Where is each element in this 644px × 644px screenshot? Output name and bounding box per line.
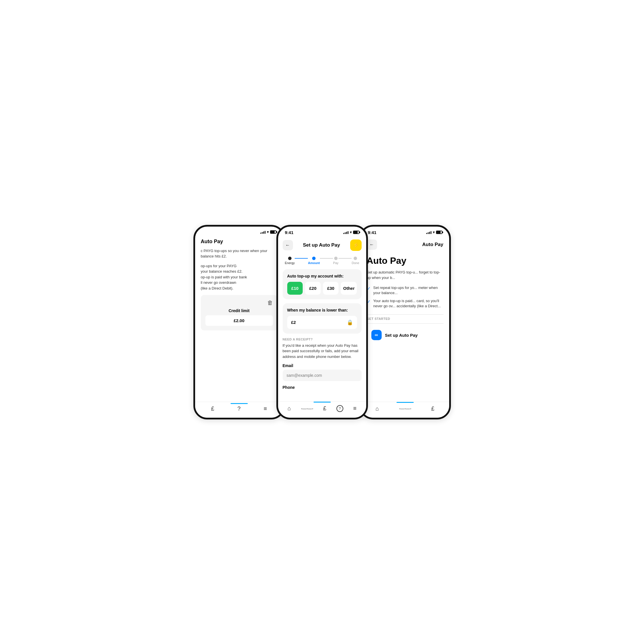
amount-btn-30[interactable]: £30 <box>323 282 339 295</box>
right-page-title: Auto Pay <box>422 242 443 247</box>
phone-right: 9:41 ▾ ← Auto Pay <box>359 225 451 419</box>
nav-home-right[interactable]: ⌂ <box>375 405 379 412</box>
receipt-section: NEED A RECEIPT? If you'd like a receipt … <box>278 338 366 395</box>
autopay-heading: Auto Pay <box>367 255 443 266</box>
credit-limit-label: Credit limit <box>205 308 273 313</box>
bottom-nav-center: ⌂ ◦—◦—◦ £ ? ≡ <box>278 401 366 418</box>
balance-title: When my balance is lower than: <box>287 308 357 312</box>
autopay-description: Set up automatic PAYG top-u... forget to… <box>367 270 443 281</box>
left-description: c PAYG top-ups so you never when your ba… <box>201 248 278 259</box>
progress-steps: Energy Amount Pay Done <box>278 254 366 269</box>
home-icon-center: ⌂ <box>288 405 291 412</box>
nav-network-center[interactable]: ◦—◦—◦ <box>301 406 313 411</box>
receipt-desc: If you'd like a receipt when your Auto P… <box>283 343 362 360</box>
step-done: Done <box>352 257 359 265</box>
step-amount: Amount <box>308 257 320 265</box>
feature-text-1: Set repeat top-ups for yo... meter when … <box>373 285 443 296</box>
signal-icon <box>260 230 265 234</box>
battery-icon-center <box>353 231 359 234</box>
right-phone-body: ← Auto Pay Auto Pay Set up automatic PAY… <box>361 237 449 344</box>
billing-icon: £ <box>211 405 214 412</box>
amount-btn-10[interactable]: £10 <box>287 282 303 295</box>
left-features: op-ups for your PAYG your balance reache… <box>201 263 278 291</box>
step-label-amount: Amount <box>308 261 320 265</box>
nav-home-center[interactable]: ⌂ <box>288 405 291 412</box>
status-bar-center: 9:41 ▾ <box>278 227 366 237</box>
signal-icon-center <box>343 231 348 234</box>
step-label-pay: Pay <box>333 261 338 265</box>
center-page-title: Set up Auto Pay <box>303 242 340 248</box>
balance-section: When my balance is lower than: £2 🔒 <box>283 303 362 334</box>
setup-btn-label: Set up Auto Pay <box>385 333 418 338</box>
help-icon: ? <box>237 405 241 412</box>
bottom-nav-left: £ ? ≡ <box>195 402 283 418</box>
feature-text-2: Your auto top-up is paid... card, so you… <box>373 298 443 309</box>
step-pay: Pay <box>333 257 338 265</box>
divider-right-2 <box>367 323 443 324</box>
nav-item-menu[interactable]: ≡ <box>263 405 267 412</box>
home-icon-right: ⌂ <box>375 405 379 412</box>
get-started-label: GET STARTED <box>367 317 443 320</box>
battery-icon-right <box>436 231 442 234</box>
feature-list: ✓ Set repeat top-ups for yo... meter whe… <box>367 285 443 309</box>
back-arrow-center: ← <box>286 243 290 248</box>
step-line-2 <box>320 258 333 259</box>
status-icons-left: ▾ <box>260 230 276 234</box>
back-button-center[interactable]: ← <box>283 240 293 250</box>
step-line-1 <box>295 258 308 259</box>
phone-center: 9:41 ▾ ← Set up Auto Pay ⚡ <box>276 225 368 419</box>
step-label-done: Done <box>352 261 359 265</box>
status-icons-center: ▾ <box>343 230 359 234</box>
receipt-label: NEED A RECEIPT? <box>283 338 362 341</box>
credit-limit-card: 🗑 Credit limit £2.00 <box>201 295 278 330</box>
phones-container: ▾ Auto Pay c PAYG top-ups so you never w… <box>165 225 479 419</box>
setup-btn-icon: ∞ <box>371 330 382 340</box>
time-right: 9:41 <box>368 230 377 235</box>
bottom-nav-right: ⌂ ◦—◦—◦ £ <box>361 402 449 418</box>
infinity-icon: ∞ <box>375 332 378 338</box>
signal-icon-right <box>426 231 431 234</box>
setup-autopay-btn[interactable]: ∞ Set up Auto Pay <box>367 326 443 344</box>
nav-item-billing[interactable]: £ <box>211 405 214 412</box>
delete-icon[interactable]: 🗑 <box>267 300 273 306</box>
menu-icon: ≡ <box>263 405 267 412</box>
nav-billing-center[interactable]: £ <box>323 405 326 412</box>
phone-left: ▾ Auto Pay c PAYG top-ups so you never w… <box>193 225 285 419</box>
time-center: 9:41 <box>285 230 294 235</box>
topup-section: Auto top-up my account with: £10 £20 £30… <box>283 269 362 299</box>
lightning-button[interactable]: ⚡ <box>350 239 362 251</box>
back-button-right[interactable]: ← <box>367 239 377 250</box>
network-icon-center: ◦—◦—◦ <box>301 406 313 411</box>
battery-icon <box>270 230 276 234</box>
step-label-energy: Energy <box>285 261 295 265</box>
step-dot-energy <box>288 257 292 260</box>
lock-icon: 🔒 <box>347 319 353 326</box>
step-line-3 <box>338 258 352 259</box>
help-icon-center: ? <box>336 405 343 412</box>
amount-btn-20[interactable]: £20 <box>305 282 321 295</box>
lightning-icon: ⚡ <box>353 242 359 248</box>
amount-btn-other[interactable]: Other <box>341 282 357 295</box>
nav-menu-center[interactable]: ≡ <box>353 405 356 412</box>
topup-title: Auto top-up my account with: <box>287 274 357 278</box>
network-icon-right: ◦—◦—◦ <box>399 406 411 411</box>
nav-network-right[interactable]: ◦—◦—◦ <box>399 406 411 411</box>
step-dot-done <box>354 257 357 260</box>
feature-item-2: ✓ Your auto top-up is paid... card, so y… <box>367 298 443 309</box>
wifi-icon: ▾ <box>267 230 269 234</box>
email-label: Email <box>283 363 362 368</box>
nav-billing-right[interactable]: £ <box>431 405 434 412</box>
phone-label: Phone <box>283 385 362 390</box>
center-header: ← Set up Auto Pay ⚡ <box>278 237 366 254</box>
email-input[interactable] <box>283 370 362 381</box>
status-icons-right: ▾ <box>426 230 442 234</box>
nav-item-help[interactable]: ? <box>237 405 241 412</box>
billing-icon-right: £ <box>431 405 434 412</box>
wifi-icon-right: ▾ <box>433 230 435 234</box>
menu-icon-center: ≡ <box>353 405 356 412</box>
page-title-left: Auto Pay <box>201 236 278 248</box>
feature-item-1: ✓ Set repeat top-ups for yo... meter whe… <box>367 285 443 296</box>
credit-limit-value: £2.00 <box>205 315 273 326</box>
nav-help-center[interactable]: ? <box>336 405 343 412</box>
status-bar-left: ▾ <box>195 227 283 236</box>
